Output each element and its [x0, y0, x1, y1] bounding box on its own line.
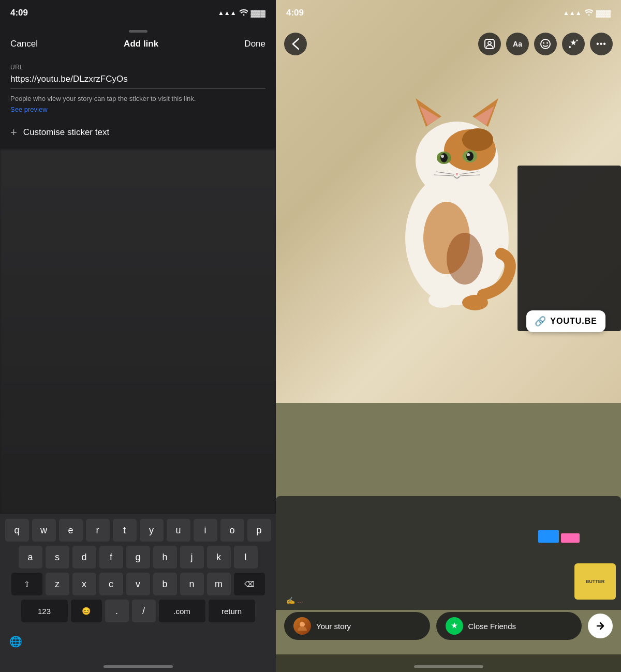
globe-icon[interactable]: 🌐 [8, 634, 23, 649]
plus-icon: + [10, 126, 17, 139]
key-l[interactable]: l [234, 546, 258, 569]
svg-point-27 [546, 42, 548, 44]
svg-point-10 [440, 153, 448, 162]
key-b[interactable]: b [153, 573, 177, 595]
effects-button[interactable] [562, 33, 585, 55]
key-g[interactable]: g [126, 546, 150, 569]
text-tool-button[interactable]: Aa [506, 33, 529, 55]
home-indicator-bar-left [103, 665, 173, 668]
svg-point-7 [462, 128, 493, 151]
blue-object [538, 530, 559, 543]
key-shift[interactable]: ⇧ [11, 573, 42, 595]
more-options-button[interactable]: ••• [590, 33, 613, 55]
status-time-left: 4:09 [10, 8, 28, 18]
status-icons-right: ▲▲▲ ▓▓▓ [563, 9, 611, 17]
key-i[interactable]: i [194, 519, 217, 542]
close-friends-button[interactable]: Close Friends [436, 612, 582, 640]
status-bar-left: 4:09 ▲▲▲ ▓▓▓ [0, 0, 276, 26]
wifi-icon-left [240, 9, 248, 17]
key-emoji[interactable]: 😊 [71, 600, 102, 622]
home-indicator-right [276, 654, 621, 672]
key-d[interactable]: d [72, 546, 96, 569]
send-button[interactable] [588, 614, 613, 638]
url-input[interactable] [10, 74, 265, 84]
key-period[interactable]: . [105, 600, 129, 622]
key-q[interactable]: q [5, 519, 29, 542]
your-story-avatar [293, 617, 311, 635]
home-indicator-left [0, 654, 276, 672]
key-x[interactable]: x [72, 573, 96, 595]
story-background: BUTTER ✍ ... [276, 0, 621, 672]
key-backspace[interactable]: ⌫ [234, 573, 265, 595]
key-123[interactable]: 123 [21, 600, 68, 622]
customise-label: Customise sticker text [23, 127, 109, 138]
url-hint: People who view your story can tap the s… [10, 94, 265, 103]
your-story-label: Your story [316, 622, 351, 631]
signal-icon-right: ▲▲▲ [563, 9, 582, 17]
key-y[interactable]: y [140, 519, 164, 542]
key-s[interactable]: s [46, 546, 69, 569]
see-preview-link[interactable]: See preview [10, 106, 265, 113]
signal-icon-left: ▲▲▲ [218, 9, 236, 17]
key-v[interactable]: v [126, 573, 150, 595]
right-panel: BUTTER ✍ ... [276, 0, 621, 672]
key-t[interactable]: t [113, 519, 137, 542]
key-o[interactable]: o [220, 519, 244, 542]
link-icon: 🔗 [535, 316, 546, 327]
status-icons-left: ▲▲▲ ▓▓▓ [218, 9, 265, 17]
key-return[interactable]: return [209, 600, 255, 622]
youtube-link-sticker[interactable]: 🔗 YOUTU.BE [526, 310, 605, 332]
svg-point-29 [576, 40, 578, 41]
key-p[interactable]: p [247, 519, 271, 542]
key-dotcom[interactable]: .com [159, 600, 205, 622]
key-a[interactable]: a [19, 546, 42, 569]
key-j[interactable]: j [180, 546, 204, 569]
pink-object [561, 533, 580, 543]
person-tag-button[interactable] [478, 33, 501, 55]
battery-icon-left: ▓▓▓ [251, 9, 265, 17]
key-k[interactable]: k [207, 546, 231, 569]
svg-point-30 [300, 622, 305, 627]
svg-point-13 [467, 153, 470, 156]
key-z[interactable]: z [46, 573, 69, 595]
left-panel: 4:09 ▲▲▲ ▓▓▓ Cancel Add link Done URL Pe… [0, 0, 276, 672]
home-indicator-bar-right [414, 665, 483, 668]
url-input-container [10, 74, 265, 89]
keyboard-row-3: ⇧ z x c v b n m ⌫ [2, 573, 274, 595]
story-toolbar: Aa ••• [276, 28, 621, 59]
key-h[interactable]: h [153, 546, 177, 569]
key-w[interactable]: w [32, 519, 56, 542]
keyboard-row-4: 123 😊 . / .com return [2, 600, 274, 622]
svg-point-28 [569, 46, 571, 48]
url-section: URL People who view your story can tap t… [0, 55, 276, 113]
key-c[interactable]: c [99, 573, 123, 595]
customise-sticker-row[interactable]: + Customise sticker text [0, 115, 276, 150]
done-button[interactable]: Done [244, 39, 265, 49]
key-f[interactable]: f [99, 546, 123, 569]
status-bar-right: 4:09 ▲▲▲ ▓▓▓ [276, 0, 621, 26]
sticker-face-button[interactable] [534, 33, 557, 55]
key-e[interactable]: e [59, 519, 83, 542]
key-slash[interactable]: / [132, 600, 156, 622]
notebook-decoration [276, 496, 621, 610]
keyboard: q w e r t y u i o p a s d f g h j k l ⇧ … [0, 514, 276, 629]
cancel-button[interactable]: Cancel [10, 39, 38, 49]
key-u[interactable]: u [167, 519, 190, 542]
cat-illustration [374, 41, 540, 326]
back-button[interactable] [284, 33, 307, 55]
key-n[interactable]: n [180, 573, 204, 595]
sticker-text: YOUTU.BE [550, 317, 597, 326]
your-story-button[interactable]: Your story [284, 612, 430, 640]
svg-point-12 [441, 155, 444, 158]
svg-point-26 [543, 42, 544, 44]
add-link-title: Add link [124, 39, 158, 49]
svg-point-24 [488, 41, 491, 44]
text-tool-label: Aa [513, 40, 522, 48]
key-r[interactable]: r [86, 519, 110, 542]
status-time-right: 4:09 [286, 8, 304, 18]
blurred-background [0, 150, 276, 514]
snack-decoration: BUTTER [574, 563, 616, 600]
key-m[interactable]: m [207, 573, 231, 595]
close-friends-icon [446, 617, 463, 635]
url-label: URL [10, 64, 265, 71]
